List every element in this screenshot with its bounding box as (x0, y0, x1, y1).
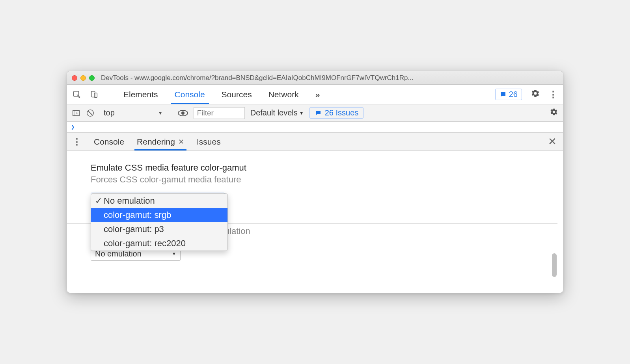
section-subtitle: Forces CSS color-gamut media feature (91, 175, 534, 185)
tab-sources[interactable]: Sources (218, 85, 256, 104)
option-p3[interactable]: color-gamut: p3 (91, 222, 227, 236)
issue-icon (315, 110, 322, 117)
issues-count: 26 (509, 90, 518, 99)
devtools-window: DevTools - www.google.com/chrome/?brand=… (67, 71, 563, 293)
traffic-lights (72, 75, 95, 81)
close-drawer-icon[interactable]: ✕ (548, 136, 560, 148)
drawer-tab-rendering-label: Rendering (137, 137, 175, 147)
scrollbar-thumb[interactable] (552, 253, 557, 277)
execution-context-select[interactable]: top ▼ (100, 107, 166, 119)
minimize-window-button[interactable] (80, 75, 86, 81)
sidebar-toggle-icon[interactable] (72, 109, 80, 117)
drawer-tab-console[interactable]: Console (91, 133, 127, 150)
section-title: Emulate CSS media feature color-gamut (91, 163, 534, 173)
zoom-window-button[interactable] (89, 75, 95, 81)
issues-pill-label: 26 Issues (325, 108, 359, 117)
option-srgb[interactable]: color-gamut: srgb (91, 208, 227, 222)
option-no-emulation[interactable]: No emulation (91, 194, 227, 208)
prompt-glyph: ❯ (71, 123, 75, 131)
select-menu: No emulation color-gamut: srgb color-gam… (91, 193, 228, 251)
settings-gear-icon[interactable] (531, 89, 540, 100)
titlebar: DevTools - www.google.com/chrome/?brand=… (67, 71, 563, 85)
main-tab-strip: Elements Console Sources Network » 26 ⋮ (67, 85, 563, 104)
issues-pill[interactable]: 26 Issues (309, 107, 364, 119)
svg-rect-3 (73, 110, 80, 115)
context-label: top (104, 108, 115, 117)
window-title: DevTools - www.google.com/chrome/?brand=… (101, 74, 558, 82)
console-prompt[interactable]: ❯ (67, 122, 563, 133)
tabs-overflow[interactable]: » (311, 85, 324, 104)
drawer-tab-rendering[interactable]: Rendering ✕ (134, 133, 186, 150)
device-toggle-icon[interactable] (90, 90, 99, 99)
rendering-panel: Emulate CSS media feature color-gamut Fo… (67, 151, 563, 293)
filter-input[interactable] (194, 107, 245, 119)
issue-icon (500, 91, 507, 98)
more-menu-icon[interactable]: ⋮ (549, 89, 557, 100)
console-settings-gear-icon[interactable] (550, 108, 558, 118)
color-gamut-select[interactable]: No emulation color-gamut: srgb color-gam… (91, 193, 225, 205)
obscured-next-section-text: ulation (225, 226, 250, 236)
tab-network[interactable]: Network (265, 85, 303, 104)
close-icon[interactable]: ✕ (178, 137, 184, 146)
inspect-icon[interactable] (73, 90, 81, 99)
clear-console-icon[interactable] (86, 109, 95, 117)
option-rec2020[interactable]: color-gamut: rec2020 (91, 236, 227, 251)
log-levels-select[interactable]: Default levels ▼ (250, 108, 304, 117)
levels-label: Default levels (250, 108, 298, 117)
console-toolbar: top ▼ Default levels ▼ 26 Issues (67, 104, 563, 122)
drawer-tab-issues[interactable]: Issues (194, 133, 223, 150)
tab-console[interactable]: Console (171, 85, 209, 104)
chevron-down-icon: ▼ (158, 110, 163, 116)
svg-point-6 (181, 111, 185, 115)
drawer-tab-strip: ⋮ Console Rendering ✕ Issues ✕ (67, 133, 563, 151)
tab-elements[interactable]: Elements (119, 85, 162, 104)
close-window-button[interactable] (72, 75, 77, 81)
separator (109, 89, 109, 100)
issues-counter[interactable]: 26 (495, 89, 522, 100)
chevron-down-icon: ▼ (299, 110, 304, 116)
live-expression-icon[interactable] (178, 110, 188, 117)
chevron-down-icon: ▼ (172, 251, 176, 256)
drawer-more-icon[interactable]: ⋮ (70, 137, 84, 147)
separator (172, 108, 172, 118)
